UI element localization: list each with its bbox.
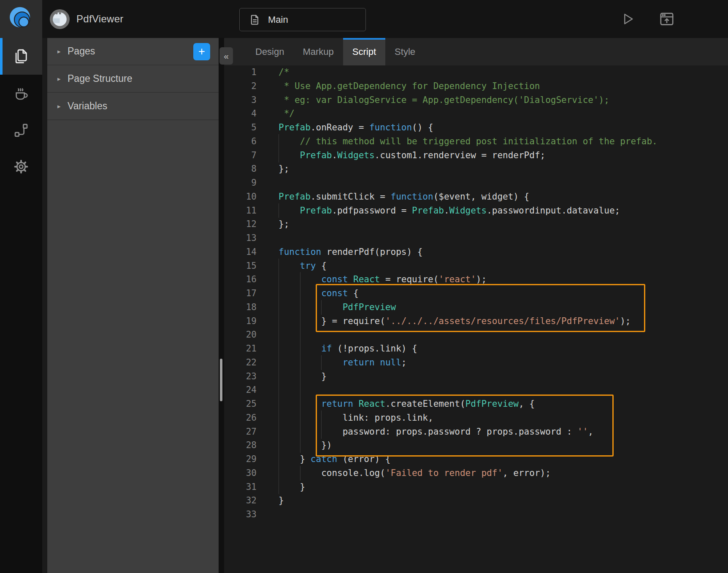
line-number: 12 xyxy=(224,217,257,231)
code-line-text: password: props.password ? props.passwor… xyxy=(279,425,593,439)
code-line[interactable]: 6 // this method will be triggered post … xyxy=(224,135,728,149)
indent-guide xyxy=(300,369,300,384)
indent-guide xyxy=(279,286,279,301)
tab-script[interactable]: Script xyxy=(343,38,385,65)
indent-guide xyxy=(300,438,300,453)
code-line[interactable]: 26 link: props.link, xyxy=(224,411,728,425)
prefab-avatar xyxy=(50,9,70,29)
code-line-text: * Use App.getDependency for Dependency I… xyxy=(279,79,540,93)
rail-item-settings[interactable] xyxy=(0,148,42,185)
wavemaker-wave-icon xyxy=(7,5,35,33)
editor-area: Design Markup Script Style 1/*2 * Use Ap… xyxy=(224,38,728,573)
code-line[interactable]: 15 try { xyxy=(224,259,728,273)
line-number: 6 xyxy=(224,135,257,149)
code-line[interactable]: 25 return React.createElement(PdfPreview… xyxy=(224,397,728,411)
indent-guide xyxy=(279,424,279,439)
line-number: 31 xyxy=(224,480,257,494)
line-number: 7 xyxy=(224,149,257,162)
collapse-panel-button[interactable]: « xyxy=(219,47,233,65)
indent-guide xyxy=(279,411,279,425)
code-line[interactable]: 3 * eg: var DialogService = App.getDepen… xyxy=(224,93,728,107)
rail-item-pages[interactable] xyxy=(0,38,42,75)
panel-scrollbar-thumb[interactable] xyxy=(220,359,222,401)
indent-guide xyxy=(279,438,279,453)
tab-markup[interactable]: Markup xyxy=(293,38,343,65)
chevron-right-icon: ▸ xyxy=(57,48,63,55)
add-page-button[interactable]: + xyxy=(193,43,210,60)
code-line-text: return React.createElement(PdfPreview, { xyxy=(279,397,535,411)
code-line[interactable]: 31 } xyxy=(224,480,728,494)
code-line[interactable]: 1/* xyxy=(224,65,728,79)
line-number: 3 xyxy=(224,93,257,107)
brand-logo[interactable] xyxy=(0,0,42,38)
code-line-text: const { xyxy=(279,286,359,300)
indent-guide xyxy=(300,314,300,329)
pages-panel: ▸ Pages + ▸ Page Structure ▸ Variables xyxy=(47,38,219,573)
section-pages[interactable]: ▸ Pages + xyxy=(47,38,219,65)
indent-guide xyxy=(300,466,300,481)
code-line[interactable]: 29 } catch (error) { xyxy=(224,452,728,466)
code-line-text: // this method will be triggered post in… xyxy=(279,135,658,149)
code-line[interactable]: 7 Prefab.Widgets.custom1.renderview = re… xyxy=(224,149,728,162)
rail-item-bindings[interactable] xyxy=(0,111,42,148)
line-number: 15 xyxy=(224,259,257,273)
page-selector[interactable]: Main xyxy=(239,8,366,31)
indent-guide xyxy=(279,272,279,287)
rail-item-java-services[interactable] xyxy=(0,75,42,111)
code-line[interactable]: 27 password: props.password ? props.pass… xyxy=(224,425,728,439)
code-line[interactable]: 23 } xyxy=(224,370,728,384)
code-editor[interactable]: 1/*2 * Use App.getDependency for Depende… xyxy=(224,65,728,573)
indent-guide xyxy=(300,286,300,301)
line-number: 10 xyxy=(224,190,257,204)
code-line-text: try { xyxy=(279,259,327,273)
indent-guide xyxy=(279,341,279,356)
code-line-text: link: props.link, xyxy=(279,411,433,425)
code-line[interactable]: 17 const { xyxy=(224,286,728,300)
tab-style[interactable]: Style xyxy=(385,38,425,65)
code-line[interactable]: 33 xyxy=(224,508,728,522)
code-line[interactable]: 22 return null; xyxy=(224,356,728,370)
code-line[interactable]: 21 if (!props.link) { xyxy=(224,342,728,356)
code-line[interactable]: 30 console.log('Failed to render pdf', e… xyxy=(224,466,728,480)
indent-guide xyxy=(321,424,322,439)
code-line[interactable]: 10Prefab.submitClick = function($event, … xyxy=(224,190,728,204)
code-line[interactable]: 28 }) xyxy=(224,438,728,452)
code-line[interactable]: 2 * Use App.getDependency for Dependency… xyxy=(224,79,728,93)
code-line[interactable]: 11 Prefab.pdfpassword = Prefab.Widgets.p… xyxy=(224,204,728,218)
plus-icon: + xyxy=(198,45,205,58)
code-line-text: const React = require('react'); xyxy=(279,273,487,286)
indent-guide xyxy=(279,134,279,149)
code-line[interactable]: 24 xyxy=(224,383,728,397)
line-number: 19 xyxy=(224,314,257,328)
line-number: 29 xyxy=(224,452,257,466)
line-number: 13 xyxy=(224,231,257,245)
indent-guide xyxy=(279,369,279,384)
section-variables[interactable]: ▸ Variables xyxy=(47,93,219,120)
code-line[interactable]: 16 const React = require('react'); xyxy=(224,273,728,286)
chevron-right-icon: ▸ xyxy=(57,75,63,83)
run-preview-button[interactable] xyxy=(618,10,637,28)
code-line[interactable]: 32} xyxy=(224,494,728,508)
document-icon xyxy=(249,14,261,26)
code-line[interactable]: 12}; xyxy=(224,217,728,231)
line-number: 26 xyxy=(224,411,257,425)
app-title: PdfViewer xyxy=(76,13,124,25)
code-line-text: */ xyxy=(279,107,295,121)
code-line[interactable]: 9 xyxy=(224,176,728,190)
indent-guide xyxy=(279,314,279,329)
line-number: 20 xyxy=(224,328,257,342)
section-page-structure[interactable]: ▸ Page Structure xyxy=(47,65,219,93)
line-number: 25 xyxy=(224,397,257,411)
code-line[interactable]: 20 xyxy=(224,328,728,342)
code-line[interactable]: 19 } = require('../../../assets/resource… xyxy=(224,314,728,328)
publish-button[interactable] xyxy=(658,10,676,28)
code-line[interactable]: 5Prefab.onReady = function() { xyxy=(224,121,728,135)
code-line[interactable]: 4 */ xyxy=(224,107,728,121)
tab-design[interactable]: Design xyxy=(246,38,293,65)
code-line[interactable]: 8}; xyxy=(224,162,728,176)
code-line[interactable]: 14function renderPdf(props) { xyxy=(224,245,728,259)
section-label: Page Structure xyxy=(68,73,132,84)
code-line[interactable]: 13 xyxy=(224,231,728,245)
code-line[interactable]: 18 PdfPreview xyxy=(224,300,728,314)
line-number: 24 xyxy=(224,383,257,397)
